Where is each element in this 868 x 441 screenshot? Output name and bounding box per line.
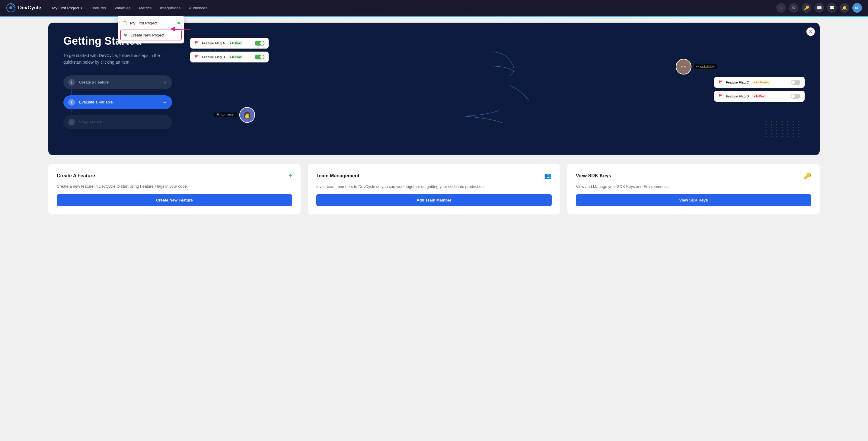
active-dot xyxy=(178,22,180,24)
chevron-down-icon: ▾ xyxy=(81,6,82,10)
card-sdk-keys-desc: View and Manage your SDK Keys and Enviro… xyxy=(576,184,811,190)
card-sdk-keys-title: View SDK Keys xyxy=(576,173,611,179)
panel-right: for(let i=0;i<42;i++) document.write('<d… xyxy=(190,35,805,143)
card-sdk-keys-icon: 🔑 xyxy=(804,172,811,180)
docs-icon-btn[interactable]: 📖 xyxy=(814,3,824,13)
nav-items: My First Project ▾ Features Variables Me… xyxy=(49,4,776,12)
step-1-check-icon: ✓ xyxy=(163,80,167,85)
flag-a-icon: 🚩 xyxy=(194,41,199,45)
flag-card-b: 🚩 Feature Flag B ● In Prod xyxy=(190,52,269,62)
stakeholder-label: Stakeholder xyxy=(700,65,715,68)
navbar-actions: ⊕ ⚙ 🔑 📖 💬 🔔 SE xyxy=(776,3,862,13)
card-create-feature: Create A Feature + Create a new feature … xyxy=(48,164,301,215)
dot-pattern-bottom: for(let i=0;i<42;i++) document.write('<d… xyxy=(765,121,802,137)
stakeholder-avatar-circle: 👓 xyxy=(676,59,691,74)
stakeholder-role-badge: 🏷 Stakeholder xyxy=(694,64,717,69)
step-1[interactable]: 1 Create a Feature ✓ xyxy=(63,75,172,89)
step-connector-1 xyxy=(71,89,72,95)
svg-point-1 xyxy=(9,6,12,9)
pink-arrow-indicator xyxy=(170,27,190,31)
flags-group-bottom: 🚩 Feature Flag C ● In Staging 🚩 Feature … xyxy=(714,77,805,102)
bell-icon-btn[interactable]: 🔔 xyxy=(840,3,849,13)
flag-b-toggle[interactable] xyxy=(255,55,265,59)
card-create-feature-icon: + xyxy=(288,172,292,179)
stakeholder-icon: 🏷 xyxy=(696,65,699,68)
settings-icon-btn[interactable]: ⚙ xyxy=(789,3,799,13)
nav-integrations[interactable]: Integrations xyxy=(156,4,184,12)
card-team-management-desc: Invite team members to DevCycle so you c… xyxy=(316,184,552,190)
panel-description: To get started with DevCycle, follow the… xyxy=(63,52,172,66)
flag-c-name: Feature Flag C xyxy=(726,81,749,84)
card-create-feature-desc: Create a new feature in DevCycle to star… xyxy=(57,183,292,190)
flag-card-c: 🚩 Feature Flag C ● In Staging xyxy=(714,77,805,88)
navbar: DevCycle My First Project ▾ Features Var… xyxy=(0,0,868,16)
card-create-feature-header: Create A Feature + xyxy=(57,172,292,179)
card-sdk-keys-header: View SDK Keys 🔑 xyxy=(576,172,811,180)
clipboard-icon: 📋 xyxy=(122,21,127,25)
arrow-shaft xyxy=(175,29,190,30)
flag-b-icon: 🚩 xyxy=(194,55,199,59)
qa-avatar: 🔍 QA Person 👩 xyxy=(214,107,255,123)
flag-d-icon: 🚩 xyxy=(718,94,723,98)
step-3[interactable]: 3 View Results xyxy=(63,115,172,129)
plus-circle-icon: ⊕ xyxy=(124,33,127,37)
flag-b-name: Feature Flag B xyxy=(202,55,225,59)
flag-c-icon: 🚩 xyxy=(718,80,723,85)
flag-c-badge: ● In Staging xyxy=(752,80,771,85)
flag-a-badge: ● In Prod xyxy=(228,41,243,45)
qa-label: QA Person xyxy=(221,114,235,117)
step-1-label: Create a Feature xyxy=(79,80,159,85)
flag-b-badge: ● In Prod xyxy=(228,55,243,59)
step-2-arrow-icon: → xyxy=(162,99,167,105)
step-connector-2 xyxy=(71,109,72,115)
cards-section: Create A Feature + Create a new feature … xyxy=(48,164,820,215)
steps-list: 1 Create a Feature ✓ 2 Evaluate a Variab… xyxy=(63,75,172,129)
step-1-num: 1 xyxy=(68,79,75,86)
flag-card-a: 🚩 Feature Flag A ● In Prod xyxy=(190,38,269,49)
card-team-management-title: Team Management xyxy=(316,173,360,179)
step-2-num: 2 xyxy=(68,99,75,105)
view-sdk-keys-button[interactable]: View SDK Keys xyxy=(576,194,811,206)
card-team-management: Team Management 👥 Invite team members to… xyxy=(308,164,560,215)
create-new-feature-button[interactable]: Create New Feature xyxy=(57,194,292,206)
flag-d-badge: ● In Dev xyxy=(752,94,766,98)
discord-icon-btn[interactable]: 💬 xyxy=(827,3,837,13)
dropdown-project-name: My First Project xyxy=(130,21,157,25)
flag-d-name: Feature Flag D xyxy=(726,94,749,98)
card-create-feature-title: Create A Feature xyxy=(57,173,95,179)
arrow-head-icon xyxy=(170,27,175,31)
flag-c-toggle[interactable] xyxy=(791,80,800,85)
qa-avatar-circle: 👩 xyxy=(239,107,255,123)
avatar[interactable]: SE xyxy=(852,3,862,13)
qa-icon: 🔍 xyxy=(217,114,220,117)
add-team-member-button[interactable]: Add Team Member xyxy=(316,194,552,206)
nav-audiences[interactable]: Audiences xyxy=(185,4,211,12)
add-icon-btn[interactable]: ⊕ xyxy=(776,3,786,13)
nav-project-dropdown[interactable]: My First Project ▾ xyxy=(49,4,86,12)
nav-project-label: My First Project xyxy=(52,6,80,10)
step-2[interactable]: 2 Evaluate a Variable → xyxy=(63,95,172,109)
flag-d-toggle[interactable] xyxy=(791,94,800,99)
flag-a-name: Feature Flag A xyxy=(202,41,225,45)
nav-variables[interactable]: Variables xyxy=(111,4,134,12)
key-icon-btn[interactable]: 🔑 xyxy=(802,3,811,13)
logo[interactable]: DevCycle xyxy=(6,3,41,13)
close-icon: ✕ xyxy=(809,29,812,34)
card-team-management-header: Team Management 👥 xyxy=(316,172,552,180)
main-content: ✕ Getting Started To get started with De… xyxy=(0,17,868,220)
nav-features[interactable]: Features xyxy=(87,4,110,12)
close-button[interactable]: ✕ xyxy=(806,27,815,36)
stakeholder-avatar: 👓 🏷 Stakeholder xyxy=(676,59,717,74)
card-team-management-icon: 👥 xyxy=(544,172,552,180)
flag-a-toggle[interactable] xyxy=(255,41,265,45)
card-sdk-keys: View SDK Keys 🔑 View and Manage your SDK… xyxy=(567,164,820,215)
logo-text: DevCycle xyxy=(18,5,41,11)
flags-group-top: 🚩 Feature Flag A ● In Prod 🚩 Feature Fla… xyxy=(190,38,269,62)
flag-card-d: 🚩 Feature Flag D ● In Dev xyxy=(714,91,805,102)
qa-role-badge: 🔍 QA Person xyxy=(214,113,237,117)
nav-metrics[interactable]: Metrics xyxy=(135,4,155,12)
dropdown-create-label: Create New Project xyxy=(130,33,164,37)
step-2-label: Evaluate a Variable xyxy=(79,100,158,104)
step-3-label: View Results xyxy=(79,120,167,124)
panel-left: Getting Started To get started with DevC… xyxy=(63,35,172,129)
